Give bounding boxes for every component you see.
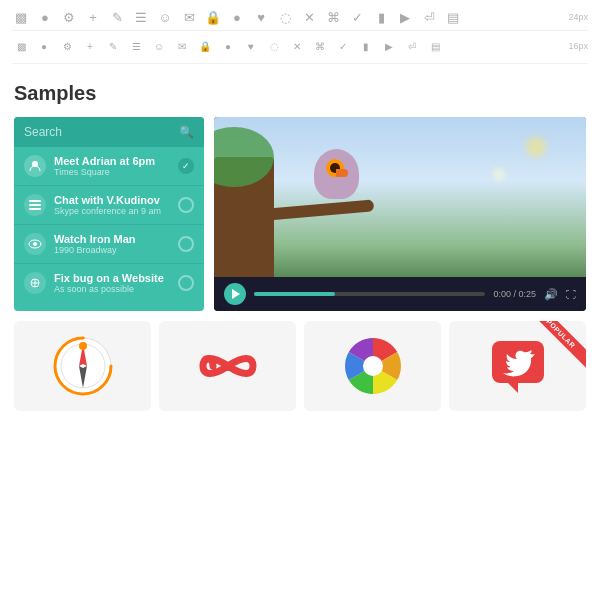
bird-body bbox=[314, 149, 359, 199]
video-icon-sm: ▩ bbox=[12, 37, 30, 55]
chat-icon: ▶ bbox=[396, 8, 414, 26]
task-title-1: Meet Adrian at 6pm bbox=[54, 155, 170, 167]
svg-rect-1 bbox=[29, 200, 41, 202]
search-input[interactable] bbox=[24, 125, 173, 139]
scene-bokeh-1 bbox=[526, 137, 546, 157]
compass-svg bbox=[53, 336, 113, 396]
check-icon-sm: ✓ bbox=[334, 37, 352, 55]
task-sub-3: 1990 Broadway bbox=[54, 245, 170, 255]
infinity-svg bbox=[198, 346, 258, 386]
task-sub-2: Skype conference an 9 am bbox=[54, 206, 170, 216]
list-icon-sm: ☰ bbox=[127, 37, 145, 55]
video-controls: 0:00 / 0:25 🔊 ⛶ bbox=[214, 277, 586, 311]
row-divider-2 bbox=[12, 63, 588, 64]
eye-icon-sm: ◌ bbox=[265, 37, 283, 55]
edit-icon: ✎ bbox=[108, 8, 126, 26]
twitter-svg bbox=[488, 339, 548, 394]
icon-row-16px: ▩ ● ⚙ + ✎ ☰ ☺ ✉ 🔒 ● ♥ ◌ ✕ ⌘ ✓ ▮ ▶ ⏎ ▤ 16… bbox=[0, 33, 600, 61]
video-frame bbox=[214, 117, 586, 277]
folder-icon: ▮ bbox=[372, 8, 390, 26]
dot-icon-sm: ● bbox=[35, 37, 53, 55]
svg-rect-2 bbox=[29, 204, 41, 206]
plus-icon: + bbox=[84, 8, 102, 26]
folder-icon-sm: ▮ bbox=[357, 37, 375, 55]
fullscreen-icon[interactable]: ⛶ bbox=[566, 289, 576, 300]
svg-point-14 bbox=[79, 342, 87, 350]
mail-icon-sm: ✉ bbox=[173, 37, 191, 55]
plus-icon-sm: + bbox=[81, 37, 99, 55]
task-sub-4: As soon as possible bbox=[54, 284, 170, 294]
eye-icon: ◌ bbox=[276, 8, 294, 26]
heart-icon-sm: ♥ bbox=[242, 37, 260, 55]
time-display: 0:00 / 0:25 bbox=[493, 289, 536, 299]
samples-section: Samples 🔍 Meet Adrian at 6pm Times Squar… bbox=[0, 66, 600, 421]
camera-icon: ▤ bbox=[444, 8, 462, 26]
svg-marker-18 bbox=[508, 383, 518, 393]
list-icon: ☰ bbox=[132, 8, 150, 26]
volume-icon-sm: ⏎ bbox=[403, 37, 421, 55]
video-player: 0:00 / 0:25 🔊 ⛶ bbox=[214, 117, 586, 311]
task-list: Meet Adrian at 6pm Times Square ✓ Chat w… bbox=[14, 147, 204, 302]
icon-row-large: ▩ ● ⚙ + ✎ ☰ ☺ ✉ 🔒 ● ♥ ◌ ✕ ⌘ ✓ ▮ ▶ ⏎ ▤ bbox=[12, 8, 462, 26]
volume-icon: ⏎ bbox=[420, 8, 438, 26]
task-title-3: Watch Iron Man bbox=[54, 233, 170, 245]
scene-bokeh-2 bbox=[492, 167, 506, 181]
volume-icon[interactable]: 🔊 bbox=[544, 288, 558, 301]
svg-rect-3 bbox=[29, 208, 41, 210]
task-text-4: Fix bug on a Website As soon as possible bbox=[54, 272, 170, 294]
camera-icon-sm: ▤ bbox=[426, 37, 444, 55]
task-title-4: Fix bug on a Website bbox=[54, 272, 170, 284]
clock-icon: ● bbox=[36, 8, 54, 26]
user-icon: ☺ bbox=[156, 8, 174, 26]
icon-card-infinity[interactable] bbox=[159, 321, 296, 411]
task-text-1: Meet Adrian at 6pm Times Square bbox=[54, 155, 170, 177]
icon-card-twitter[interactable]: POPULAR bbox=[449, 321, 586, 411]
play-button[interactable] bbox=[224, 283, 246, 305]
task-icon-eye bbox=[24, 233, 46, 255]
task-item-1[interactable]: Meet Adrian at 6pm Times Square ✓ bbox=[14, 147, 204, 186]
video-icon: ▩ bbox=[12, 8, 30, 26]
samples-content: 🔍 Meet Adrian at 6pm Times Square ✓ bbox=[14, 117, 586, 311]
icon-row-24px: ▩ ● ⚙ + ✎ ☰ ☺ ✉ 🔒 ● ♥ ◌ ✕ ⌘ ✓ ▮ ▶ ⏎ ▤ 24… bbox=[0, 0, 600, 28]
row-divider-1 bbox=[12, 30, 588, 31]
search-icon: 🔍 bbox=[179, 125, 194, 139]
size-label-16: 16px bbox=[568, 41, 588, 51]
search-bar[interactable]: 🔍 bbox=[14, 117, 204, 147]
task-panel: 🔍 Meet Adrian at 6pm Times Square ✓ bbox=[14, 117, 204, 311]
gear-icon: ⚙ bbox=[60, 8, 78, 26]
task-toggle-4[interactable] bbox=[178, 275, 194, 291]
task-sub-1: Times Square bbox=[54, 167, 170, 177]
progress-fill bbox=[254, 292, 335, 296]
close-icon-sm: ✕ bbox=[288, 37, 306, 55]
icon-card-compass[interactable] bbox=[14, 321, 151, 411]
mail-icon: ✉ bbox=[180, 8, 198, 26]
pin-icon: ● bbox=[228, 8, 246, 26]
task-toggle-1[interactable]: ✓ bbox=[178, 158, 194, 174]
task-toggle-2[interactable] bbox=[178, 197, 194, 213]
user-icon-sm: ☺ bbox=[150, 37, 168, 55]
task-title-2: Chat with V.Kudinov bbox=[54, 194, 170, 206]
task-icon-bug bbox=[24, 272, 46, 294]
icon-cards-row: POPULAR bbox=[14, 321, 586, 411]
size-label-24: 24px bbox=[568, 12, 588, 22]
task-item-3[interactable]: Watch Iron Man 1990 Broadway bbox=[14, 225, 204, 264]
gear-icon-sm: ⚙ bbox=[58, 37, 76, 55]
lock-icon-sm: 🔒 bbox=[196, 37, 214, 55]
lock-icon: 🔒 bbox=[204, 8, 222, 26]
heart-icon: ♥ bbox=[252, 8, 270, 26]
bird-beak bbox=[336, 169, 348, 177]
icon-card-colorwheel[interactable] bbox=[304, 321, 441, 411]
progress-bar[interactable] bbox=[254, 292, 485, 296]
task-icon-user bbox=[24, 155, 46, 177]
command-icon: ⌘ bbox=[324, 8, 342, 26]
task-text-2: Chat with V.Kudinov Skype conference an … bbox=[54, 194, 170, 216]
task-toggle-3[interactable] bbox=[178, 236, 194, 252]
edit-icon-sm: ✎ bbox=[104, 37, 122, 55]
task-item-2[interactable]: Chat with V.Kudinov Skype conference an … bbox=[14, 186, 204, 225]
pin-icon-sm: ● bbox=[219, 37, 237, 55]
colorwheel-svg bbox=[343, 336, 403, 396]
chat-icon-sm: ▶ bbox=[380, 37, 398, 55]
svg-point-5 bbox=[33, 242, 37, 246]
task-item-4[interactable]: Fix bug on a Website As soon as possible bbox=[14, 264, 204, 302]
command-icon-sm: ⌘ bbox=[311, 37, 329, 55]
